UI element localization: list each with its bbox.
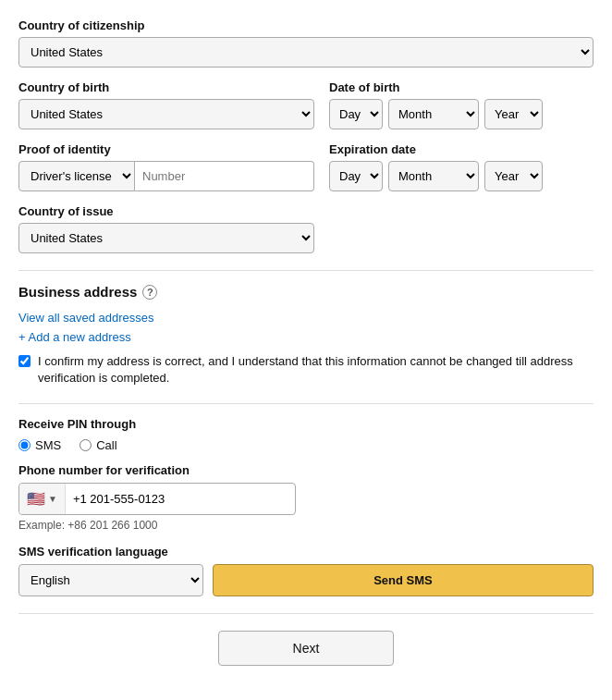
pin-title: Receive PIN through [18,417,594,431]
business-address-section: Business address ? [18,284,594,300]
confirm-label: I confirm my address is correct, and I u… [38,353,594,387]
business-address-title: Business address [18,284,137,300]
divider-3 [18,613,594,614]
view-saved-link[interactable]: View all saved addresses [18,311,594,325]
next-button[interactable]: Next [218,631,395,666]
citizenship-label: Country of citizenship [18,18,594,32]
phone-label: Phone number for verification [18,463,594,477]
add-new-link[interactable]: + Add a new address [18,330,594,344]
phone-input-container: 🇺🇸 ▼ [18,483,296,515]
proof-number-input[interactable] [135,161,314,191]
dob-year-select[interactable]: Year 200019991998199019851980 [484,99,543,129]
sms-label: SMS [35,438,61,452]
divider-1 [18,270,594,271]
call-radio[interactable] [80,439,92,451]
flag-emoji: 🇺🇸 [27,490,45,508]
country-issue-select[interactable]: United States Canada United Kingdom Aust… [18,223,314,253]
help-icon[interactable]: ? [142,285,157,300]
country-issue-label: Country of issue [18,204,594,218]
call-label: Call [96,438,116,452]
sms-lang-select[interactable]: English Spanish French German Chinese Ja… [18,564,203,596]
phone-number-input[interactable] [66,485,295,512]
flag-caret-icon: ▼ [48,494,57,504]
proof-type-select[interactable]: Driver's license Passport National ID Ot… [18,161,135,191]
call-radio-option[interactable]: Call [80,438,116,452]
phone-example: Example: +86 201 266 1000 [18,519,594,532]
sms-radio[interactable] [18,439,31,451]
dob-label: Date of birth [329,80,594,94]
expiration-label: Expiration date [329,142,594,156]
expiry-month-select[interactable]: Month JanuaryFebruaryMarchApril MayJuneJ… [388,161,479,191]
citizenship-select[interactable]: United States Canada United Kingdom Aust… [18,37,594,68]
expiry-year-select[interactable]: Year 2030202920282027202620252024 [484,161,543,191]
sms-lang-label: SMS verification language [18,545,594,559]
dob-month-select[interactable]: Month JanuaryFebruaryMarchApril MayJuneJ… [388,99,479,129]
birth-country-label: Country of birth [18,80,314,94]
flag-select[interactable]: 🇺🇸 ▼ [19,484,66,514]
expiry-day-select[interactable]: Day 12351015202531 [329,161,383,191]
confirm-checkbox[interactable] [18,355,31,367]
send-sms-button[interactable]: Send SMS [213,564,594,596]
divider-2 [18,403,594,404]
dob-day-select[interactable]: Day 12345 678910 15202531 [329,99,383,129]
sms-radio-option[interactable]: SMS [18,438,61,452]
proof-label: Proof of identity [18,142,314,156]
birth-country-select[interactable]: United States Canada United Kingdom Aust… [18,99,314,129]
